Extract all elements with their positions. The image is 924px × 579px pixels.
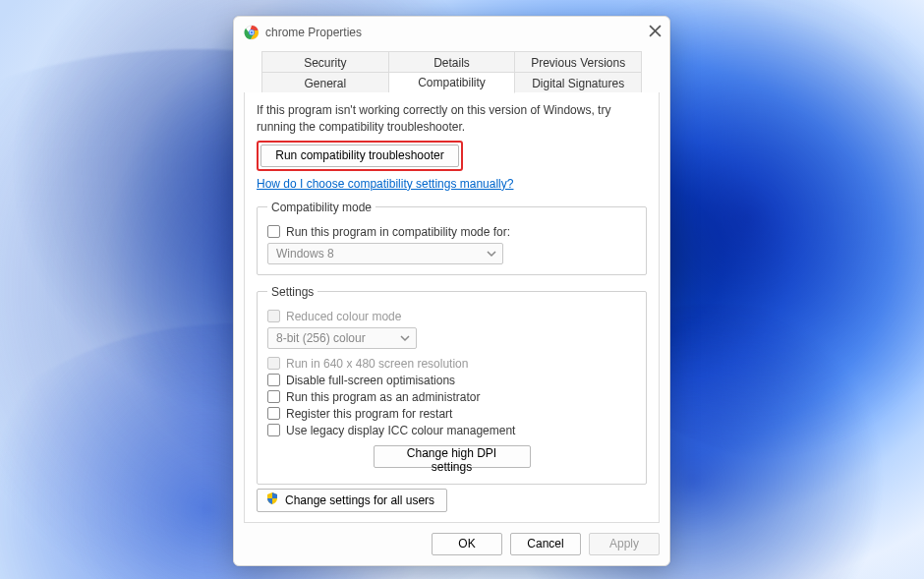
checkbox-reduced-colour: Reduced colour mode xyxy=(267,310,636,323)
tab-row-1: Security Details Previous Versions xyxy=(244,51,660,73)
checkbox-run-as-admin-input[interactable] xyxy=(267,390,280,403)
checkbox-run-640x480-input xyxy=(267,357,280,370)
chevron-down-icon xyxy=(400,333,410,343)
checkbox-legacy-icc-input[interactable] xyxy=(267,424,280,436)
change-all-users-button[interactable]: Change settings for all users xyxy=(257,489,447,512)
close-button[interactable] xyxy=(649,25,662,40)
properties-dialog: chrome Properties Security Details Previ… xyxy=(233,16,670,566)
tab-details[interactable]: Details xyxy=(389,51,516,73)
checkbox-disable-fullscreen-input[interactable] xyxy=(267,374,280,386)
group-compatibility-mode: Compatibility mode Run this program in c… xyxy=(257,201,647,275)
tab-previous-versions[interactable]: Previous Versions xyxy=(515,51,642,73)
combo-colour-mode: 8-bit (256) colour xyxy=(267,327,417,349)
apply-button: Apply xyxy=(589,533,660,555)
chrome-icon xyxy=(244,25,260,40)
window-title: chrome Properties xyxy=(265,26,649,39)
checkbox-run-640x480-label: Run in 640 x 480 screen resolution xyxy=(286,357,468,371)
help-link[interactable]: How do I choose compatibility settings m… xyxy=(257,177,647,191)
change-all-users-label: Change settings for all users xyxy=(285,493,434,507)
titlebar: chrome Properties xyxy=(234,17,669,47)
ok-button[interactable]: OK xyxy=(432,533,502,555)
tab-security[interactable]: Security xyxy=(261,51,389,73)
checkbox-register-restart[interactable]: Register this program for restart xyxy=(267,407,636,421)
tab-panel-compatibility: If this program isn't working correctly … xyxy=(244,92,660,522)
legend-compat-mode: Compatibility mode xyxy=(267,201,375,214)
checkbox-register-restart-label: Register this program for restart xyxy=(286,407,452,421)
checkbox-run-as-admin-label: Run this program as an administrator xyxy=(286,390,480,404)
checkbox-run-as-admin[interactable]: Run this program as an administrator xyxy=(267,390,636,404)
tab-general[interactable]: General xyxy=(261,72,389,93)
highlight-box: Run compatibility troubleshooter xyxy=(257,141,463,171)
checkbox-disable-fullscreen-label: Disable full-screen optimisations xyxy=(286,374,455,387)
chevron-down-icon xyxy=(487,249,496,259)
group-settings: Settings Reduced colour mode 8-bit (256)… xyxy=(257,285,647,485)
shield-icon xyxy=(265,492,279,508)
cancel-button[interactable]: Cancel xyxy=(510,533,581,555)
svg-point-3 xyxy=(251,30,254,33)
dialog-footer: OK Cancel Apply xyxy=(234,523,669,565)
high-dpi-button[interactable]: Change high DPI settings xyxy=(374,445,531,468)
combo-colour-mode-value: 8-bit (256) colour xyxy=(276,331,366,345)
checkbox-legacy-icc-label: Use legacy display ICC colour management xyxy=(286,424,515,437)
legend-settings: Settings xyxy=(267,285,318,299)
intro-text: If this program isn't working correctly … xyxy=(257,102,647,134)
checkbox-run-compat-mode-input[interactable] xyxy=(267,225,280,238)
checkbox-run-compat-mode-label: Run this program in compatibility mode f… xyxy=(286,225,510,239)
close-icon xyxy=(649,25,662,37)
tab-row-2: General Compatibility Digital Signatures xyxy=(244,72,660,93)
checkbox-register-restart-input[interactable] xyxy=(267,407,280,420)
combo-compat-os[interactable]: Windows 8 xyxy=(267,243,503,264)
tab-digital-signatures[interactable]: Digital Signatures xyxy=(515,72,642,93)
checkbox-legacy-icc[interactable]: Use legacy display ICC colour management xyxy=(267,424,636,437)
run-troubleshooter-button[interactable]: Run compatibility troubleshooter xyxy=(260,145,459,167)
checkbox-reduced-colour-input xyxy=(267,310,280,322)
checkbox-disable-fullscreen[interactable]: Disable full-screen optimisations xyxy=(267,374,636,387)
checkbox-run-compat-mode[interactable]: Run this program in compatibility mode f… xyxy=(267,225,636,239)
checkbox-run-640x480: Run in 640 x 480 screen resolution xyxy=(267,357,636,371)
checkbox-reduced-colour-label: Reduced colour mode xyxy=(286,310,401,323)
combo-compat-os-value: Windows 8 xyxy=(276,247,334,261)
tab-compatibility[interactable]: Compatibility xyxy=(389,72,516,93)
